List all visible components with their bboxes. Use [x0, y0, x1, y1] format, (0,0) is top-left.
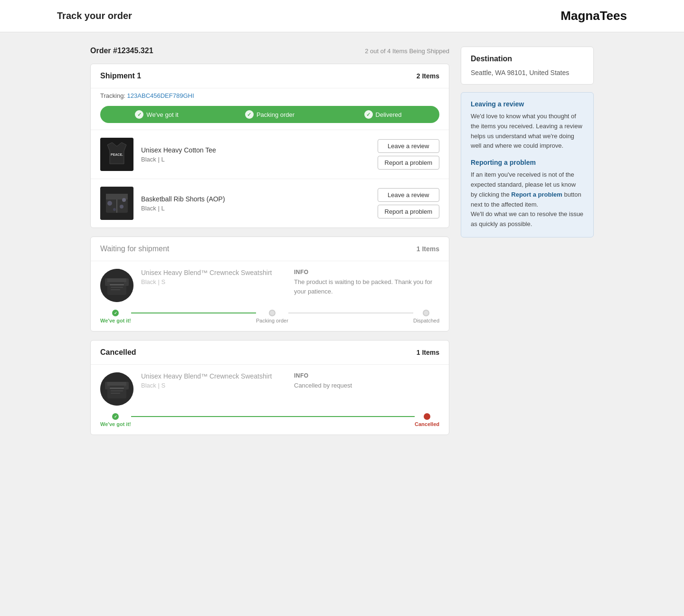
tracker-label-3: Dispatched — [413, 318, 439, 323]
cancelled-tracker-label-2: Cancelled — [415, 421, 439, 427]
sidebar: Destination Seattle, WA 98101, United St… — [461, 47, 594, 444]
leaving-review-text: We'd love to know what you thought of th… — [471, 112, 584, 151]
waiting-tracker: We've got it! Packing order Dispatched — [91, 310, 449, 331]
item-variant-2: Black | L — [141, 205, 370, 212]
item-actions-2: Leave a review Report a problem — [378, 188, 439, 218]
waiting-item-variant: Black | S — [141, 278, 286, 285]
cancelled-item-image — [100, 372, 133, 406]
cancelled-count: 1 Items — [417, 349, 439, 356]
waiting-item-row: Unisex Heavy Blend™ Crewneck Sweatshirt … — [91, 261, 449, 310]
reporting-title: Reporting a problem — [471, 159, 584, 166]
tracker-dot-2 — [269, 310, 276, 316]
cancelled-item-info: INFO Cancelled by request — [294, 372, 439, 390]
cancelled-tracker-label-1: We've got it! — [100, 421, 131, 427]
leave-review-button-1[interactable]: Leave a review — [378, 139, 439, 153]
tracker-line-1 — [131, 313, 256, 313]
check-icon-2 — [245, 110, 254, 119]
progress-step-3: Delivered — [326, 110, 439, 119]
item-image-1: PEACE. — [100, 138, 133, 171]
svg-point-10 — [120, 205, 124, 208]
leaving-review-title: Leaving a review — [471, 100, 584, 108]
item-actions-1: Leave a review Report a problem — [378, 139, 439, 170]
shipment-1-card: Shipment 1 2 Items Tracking: 123ABC456DE… — [90, 64, 449, 228]
waiting-info-label: INFO — [294, 269, 439, 275]
tracking-label: Tracking: — [100, 92, 125, 99]
waiting-item-info: INFO The product is waiting to be packed… — [294, 269, 439, 296]
tracker-step-dispatched: Dispatched — [413, 310, 439, 323]
waiting-info-text: The product is waiting to be packed. Tha… — [294, 277, 439, 296]
cancelled-item-details: Unisex Heavy Blend™ Crewneck Sweatshirt … — [141, 372, 286, 389]
cancelled-item-name: Unisex Heavy Blend™ Crewneck Sweatshirt — [141, 372, 286, 380]
svg-rect-18 — [111, 289, 120, 290]
item-image-2 — [100, 187, 133, 220]
item-details-2: Basketball Rib Shorts (AOP) Black | L — [141, 195, 370, 212]
svg-rect-23 — [107, 382, 126, 386]
svg-rect-16 — [110, 284, 124, 285]
tracker-step-got-it: We've got it! — [100, 310, 131, 323]
shipping-status: 2 out of 4 Items Being Shipped — [365, 47, 449, 55]
cancelled-info-text: Cancelled by request — [294, 381, 439, 390]
cancelled-tracker: We've got it! Cancelled — [91, 413, 449, 435]
tracker-dot-3 — [423, 310, 429, 316]
cancelled-title: Cancelled — [100, 348, 136, 357]
waiting-shipment-card: Waiting for shipment 1 Items — [90, 237, 449, 332]
waiting-header: Waiting for shipment 1 Items — [91, 237, 449, 261]
cancelled-header: Cancelled 1 Items — [91, 341, 449, 365]
svg-point-9 — [113, 208, 116, 211]
shipment-progress-bar: We've got it Packing order Delivered — [100, 106, 439, 123]
svg-point-8 — [122, 198, 126, 202]
cancelled-tracker-step-1: We've got it! — [100, 413, 131, 427]
tracking-number[interactable]: 123ABC456DEF789GHI — [127, 92, 194, 99]
cancelled-tracker-dot-1 — [112, 413, 119, 420]
sidebar-info-panel: Leaving a review We'd love to know what … — [461, 92, 594, 237]
tracker-step-packing: Packing order — [256, 310, 288, 323]
destination-card: Destination Seattle, WA 98101, United St… — [461, 47, 594, 85]
check-icon-1 — [135, 110, 143, 119]
svg-rect-25 — [111, 390, 123, 391]
waiting-item-details: Unisex Heavy Blend™ Crewneck Sweatshirt … — [141, 269, 286, 285]
svg-text:PEACE.: PEACE. — [111, 153, 123, 156]
item-name-2: Basketball Rib Shorts (AOP) — [141, 195, 370, 203]
progress-step-1: We've got it — [100, 110, 213, 119]
page-title: Track your order — [57, 10, 132, 21]
leave-review-button-2[interactable]: Leave a review — [378, 188, 439, 202]
page-content: Order #12345.321 2 out of 4 Items Being … — [81, 32, 603, 458]
waiting-count: 1 Items — [417, 245, 439, 253]
report-problem-button-1[interactable]: Report a problem — [378, 156, 439, 170]
reporting-text: If an item you've received is not of the… — [471, 170, 584, 229]
page-header: Track your order MagnaTees — [0, 0, 684, 32]
tracker-line-2 — [288, 313, 413, 313]
main-column: Order #12345.321 2 out of 4 Items Being … — [90, 47, 449, 444]
cancelled-item-variant: Black | S — [141, 382, 286, 389]
shipment-1-title: Shipment 1 — [100, 72, 141, 80]
shipment-1-count: 2 Items — [417, 72, 439, 80]
svg-rect-26 — [111, 393, 120, 394]
brand-name: MagnaTees — [560, 9, 627, 23]
waiting-item-image — [100, 269, 133, 302]
item-name-1: Unisex Heavy Cotton Tee — [141, 146, 370, 154]
item-row: PEACE. Unisex Heavy Cotton Tee Black | L… — [91, 130, 449, 179]
cancelled-tracker-dot-2 — [424, 413, 430, 420]
svg-rect-17 — [111, 287, 123, 288]
cancelled-info-label: INFO — [294, 372, 439, 379]
reporting-bold: Report a problem — [511, 191, 562, 198]
tracker-label-1: We've got it! — [100, 318, 131, 323]
order-meta: Order #12345.321 2 out of 4 Items Being … — [90, 47, 449, 55]
report-problem-button-2[interactable]: Report a problem — [378, 205, 439, 218]
cancelled-tracker-line — [131, 416, 415, 417]
item-details-1: Unisex Heavy Cotton Tee Black | L — [141, 146, 370, 163]
check-icon-3 — [364, 110, 373, 119]
cancelled-tracker-step-2: Cancelled — [415, 413, 439, 427]
progress-step-2: Packing order — [213, 110, 326, 119]
cancelled-item-row: Unisex Heavy Blend™ Crewneck Sweatshirt … — [91, 365, 449, 413]
tracker-dot-1 — [112, 310, 119, 316]
order-number: Order #12345.321 — [90, 47, 153, 55]
svg-rect-24 — [110, 388, 124, 389]
tracker-label-2: Packing order — [256, 318, 288, 323]
cancelled-card: Cancelled 1 Items — [90, 340, 449, 435]
svg-point-7 — [107, 201, 112, 206]
svg-rect-15 — [107, 278, 126, 282]
item-variant-1: Black | L — [141, 156, 370, 163]
destination-title: Destination — [471, 55, 584, 63]
item-row: Basketball Rib Shorts (AOP) Black | L Le… — [91, 179, 449, 227]
